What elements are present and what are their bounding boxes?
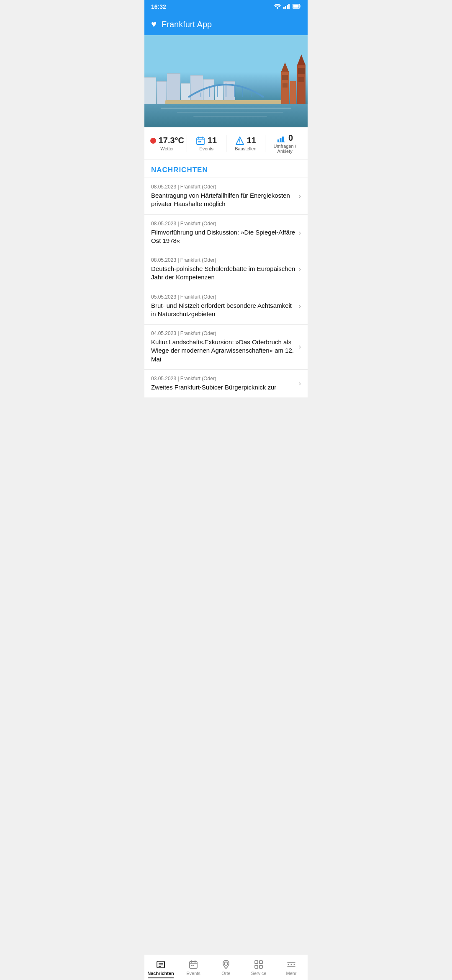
news-arrow-4: ›	[299, 302, 301, 310]
weather-dot-icon	[150, 138, 156, 144]
news-title-4: Brut- und Nistzeit erfordert besondere A…	[151, 302, 295, 319]
status-icons	[274, 4, 301, 10]
news-meta-3: 08.05.2023 | Frankfurt (Oder)	[151, 257, 295, 263]
news-title-3: Deutsch-polnische Schülerdebatte im Euro…	[151, 265, 295, 282]
news-arrow-2: ›	[299, 229, 301, 237]
svg-rect-3	[287, 5, 288, 9]
time-display: 16:32	[151, 3, 166, 10]
baustellen-value: 11	[247, 136, 256, 145]
svg-rect-25	[277, 139, 279, 142]
umfragen-value: 0	[288, 133, 293, 143]
news-list: NACHRICHTEN 08.05.2023 | Frankfurt (Oder…	[144, 160, 308, 397]
news-arrow-5: ›	[299, 343, 301, 351]
news-arrow-1: ›	[299, 192, 301, 200]
news-meta-1: 08.05.2023 | Frankfurt (Oder)	[151, 184, 295, 190]
svg-rect-26	[280, 138, 282, 142]
stat-baustellen[interactable]: 11 Baustellen	[226, 134, 265, 153]
news-title-1: Beantragung von Härtefallhilfen für Ener…	[151, 191, 295, 209]
news-meta-6: 03.05.2023 | Frankfurt (Oder)	[151, 376, 295, 382]
news-content-2: 08.05.2023 | Frankfurt (Oder) Filmvorfüh…	[151, 221, 295, 245]
svg-rect-6	[293, 5, 299, 8]
wifi-icon	[274, 4, 281, 10]
news-item-6[interactable]: 03.05.2023 | Frankfurt (Oder) Zweites Fr…	[144, 369, 308, 397]
poll-icon	[277, 134, 286, 143]
news-meta-2: 08.05.2023 | Frankfurt (Oder)	[151, 221, 295, 227]
favorite-icon[interactable]: ♥	[151, 19, 157, 30]
news-content-6: 03.05.2023 | Frankfurt (Oder) Zweites Fr…	[151, 376, 295, 392]
news-content-4: 05.05.2023 | Frankfurt (Oder) Brut- und …	[151, 294, 295, 319]
news-meta-5: 04.05.2023 | Frankfurt (Oder)	[151, 330, 295, 336]
events-label: Events	[199, 146, 213, 151]
signal-icon	[283, 4, 290, 10]
stats-row: 17.3°C Wetter 11 Events	[144, 127, 308, 160]
section-title-nachrichten: NACHRICHTEN	[144, 160, 308, 178]
stat-umfragen[interactable]: 0 Umfragen / Ankiety	[265, 132, 304, 155]
svg-rect-1	[283, 7, 285, 9]
app-header: ♥ Frankfurt App	[144, 13, 308, 35]
news-item-5[interactable]: 04.05.2023 | Frankfurt (Oder) Kultur.Lan…	[144, 324, 308, 369]
news-title-5: Kultur.Landschafts.Exkursion: »Das Oderb…	[151, 338, 295, 364]
stat-events[interactable]: 11 Events	[187, 134, 226, 153]
umfragen-label: Umfragen / Ankiety	[266, 144, 303, 154]
svg-rect-20	[198, 141, 200, 142]
news-arrow-6: ›	[299, 380, 301, 387]
events-value: 11	[208, 136, 217, 145]
calendar-icon	[196, 136, 205, 145]
svg-rect-21	[200, 141, 201, 142]
water-reflection	[144, 104, 308, 127]
app-title: Frankfurt App	[162, 20, 212, 29]
wetter-value: 17.3°C	[159, 136, 184, 145]
news-item-4[interactable]: 05.05.2023 | Frankfurt (Oder) Brut- und …	[144, 288, 308, 325]
wetter-label: Wetter	[160, 146, 174, 151]
baustellen-label: Baustellen	[235, 146, 256, 151]
news-item-2[interactable]: 08.05.2023 | Frankfurt (Oder) Filmvorfüh…	[144, 214, 308, 251]
news-title-2: Filmvorführung und Diskussion: »Die Spie…	[151, 228, 295, 245]
svg-rect-2	[285, 6, 286, 9]
battery-icon	[293, 4, 301, 10]
news-meta-4: 05.05.2023 | Frankfurt (Oder)	[151, 294, 295, 300]
news-content-1: 08.05.2023 | Frankfurt (Oder) Beantragun…	[151, 184, 295, 209]
svg-point-0	[277, 7, 278, 9]
svg-rect-27	[282, 137, 284, 142]
svg-rect-4	[288, 4, 290, 9]
news-content-5: 04.05.2023 | Frankfurt (Oder) Kultur.Lan…	[151, 330, 295, 364]
news-arrow-3: ›	[299, 266, 301, 273]
news-title-6: Zweites Frankfurt-Subicer Bürgerpicknick…	[151, 383, 295, 392]
hero-image	[144, 35, 308, 127]
construction-icon	[235, 136, 244, 145]
stat-wetter[interactable]: 17.3°C Wetter	[148, 134, 187, 153]
news-item-3[interactable]: 08.05.2023 | Frankfurt (Oder) Deutsch-po…	[144, 251, 308, 288]
news-item-1[interactable]: 08.05.2023 | Frankfurt (Oder) Beantragun…	[144, 178, 308, 214]
news-content-3: 08.05.2023 | Frankfurt (Oder) Deutsch-po…	[151, 257, 295, 282]
status-bar: 16:32	[144, 0, 308, 13]
svg-point-24	[239, 142, 240, 143]
